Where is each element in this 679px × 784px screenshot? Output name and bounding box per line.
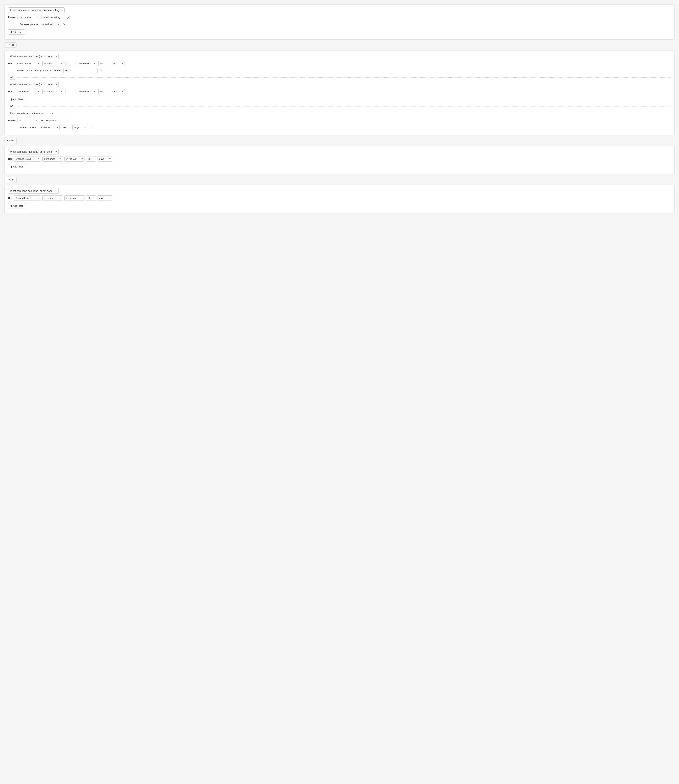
add-filter-button-block4[interactable]: ⧫ Add Filter [8, 203, 26, 208]
marketing-main-dropdown[interactable]: If someone can or cannot receive marketi… [8, 8, 65, 13]
time-value-input-4[interactable] [86, 196, 96, 201]
or-divider-1: OR [8, 75, 671, 80]
was-added-time-select[interactable]: in the last over all time [38, 125, 59, 130]
close-was-added-button[interactable]: ✕ [89, 126, 93, 129]
and-button-2[interactable]: + AND [4, 138, 17, 143]
time-value-input-3[interactable] [86, 156, 96, 161]
condition-select-4[interactable]: is at least zero times at least once [42, 196, 63, 201]
has-label-1: Has [8, 62, 13, 65]
filter-icon-block1: ⧫ [11, 31, 12, 33]
was-added-unit-select[interactable]: days weeks months [72, 125, 88, 130]
and-button-1[interactable]: + AND [4, 42, 17, 48]
filter-icon-sub2: ⧫ [11, 98, 12, 101]
where-label: where [17, 69, 23, 72]
event-select-1[interactable]: Opened Email Clicked Email [14, 61, 41, 66]
unit-select-2[interactable]: days weeks months [110, 89, 125, 94]
can-receive-select[interactable]: can receive cannot receive [17, 15, 40, 20]
where-property-select[interactable]: Apple Privacy Open [25, 68, 53, 73]
sub-block-list: If someone is in or not in a list Person… [8, 111, 671, 130]
was-added-time-value[interactable] [61, 125, 71, 130]
marketing-type-select[interactable]: email marketing sms marketing [42, 15, 65, 20]
info-icon[interactable]: i [67, 16, 70, 19]
sub-block-clicked-email: What someone has done (or not done) Has … [8, 82, 671, 102]
person-label-sub3: Person [8, 119, 16, 122]
time-condition-select-2[interactable]: in the last over all time [77, 89, 97, 94]
or-divider-2: OR [8, 104, 671, 108]
and-button-3[interactable]: + AND [4, 177, 17, 182]
filter-icon-block3: ⧫ [11, 165, 12, 168]
block-clicked-zero: What someone has done (or not done) Has … [4, 185, 675, 213]
block-marketing: If someone can or cannot receive marketi… [4, 4, 675, 39]
event-select-3[interactable]: Opened Email Clicked Email [14, 156, 41, 161]
close-because-button[interactable]: ✕ [62, 23, 66, 26]
condition-select-3[interactable]: is at least zero times at least once [42, 156, 63, 161]
equals-label: equals [55, 69, 62, 72]
list-select[interactable]: Newsletter [44, 118, 71, 123]
or-label-1: OR [8, 75, 15, 80]
has-label-4: Has [8, 197, 13, 199]
add-filter-label-block4: Add Filter [13, 205, 23, 207]
filter-icon-block4: ⧫ [11, 205, 12, 207]
count-input-1[interactable] [66, 61, 75, 66]
event-select-4[interactable]: Opened Email Clicked Email [14, 196, 41, 201]
add-filter-label-sub2: Add Filter [13, 98, 23, 101]
or-label-2: OR [8, 104, 15, 108]
time-value-input-1[interactable] [99, 61, 108, 66]
person-label: Person [8, 16, 16, 19]
equals-input[interactable] [63, 68, 98, 73]
block3-main-dropdown[interactable]: What someone has done (or not done) [8, 149, 59, 155]
condition-select-2[interactable]: is at least zero times at least once [42, 89, 64, 94]
sub-block-opened-email: What someone has done (or not done) Has … [8, 53, 671, 73]
add-filter-button-block1[interactable]: ⧫ Add filter [8, 30, 25, 34]
time-value-input-2[interactable] [99, 89, 108, 94]
is-select[interactable]: is is not [17, 118, 39, 123]
has-label-2: Has [8, 90, 13, 93]
sub1-main-dropdown[interactable]: What someone has done (or not done) [8, 53, 59, 59]
unit-select-4[interactable]: days weeks months [97, 196, 112, 201]
has-label-3: Has [8, 158, 13, 160]
event-select-2[interactable]: Opened Email Clicked Email [14, 89, 41, 94]
time-condition-select-1[interactable]: in the last over all time [77, 61, 97, 66]
add-filter-label-block1: Add filter [13, 31, 22, 33]
add-filter-label-block3: Add Filter [13, 165, 23, 168]
count-input-2[interactable] [66, 89, 75, 94]
block-combined: What someone has done (or not done) Has … [4, 50, 675, 135]
unit-select-3[interactable]: days weeks months [97, 156, 112, 161]
in-label: in [41, 119, 43, 122]
close-where-button[interactable]: ✕ [99, 69, 103, 72]
sub2-main-dropdown[interactable]: What someone has done (or not done) [8, 82, 59, 87]
block-opened-zero: What someone has done (or not done) Has … [4, 146, 675, 174]
add-filter-button-sub2[interactable]: ⧫ Add Filter [8, 97, 26, 102]
time-condition-select-3[interactable]: in the last over all time [64, 156, 84, 161]
sub3-main-dropdown[interactable]: If someone is in or not in a list [8, 111, 55, 116]
subscribed-select[interactable]: subscribed unsubscribed [39, 22, 61, 27]
time-condition-select-4[interactable]: in the last over all time [64, 196, 84, 201]
condition-select-1[interactable]: is at least zero times at least once [42, 61, 64, 66]
add-filter-button-block3[interactable]: ⧫ Add Filter [8, 164, 26, 169]
or-line-1 [17, 77, 671, 78]
and-was-added-label: and was added [20, 126, 36, 129]
because-person-label: Because person [20, 23, 38, 26]
unit-select-1[interactable]: days weeks months [110, 61, 125, 66]
block4-main-dropdown[interactable]: What someone has done (or not done) [8, 188, 59, 194]
